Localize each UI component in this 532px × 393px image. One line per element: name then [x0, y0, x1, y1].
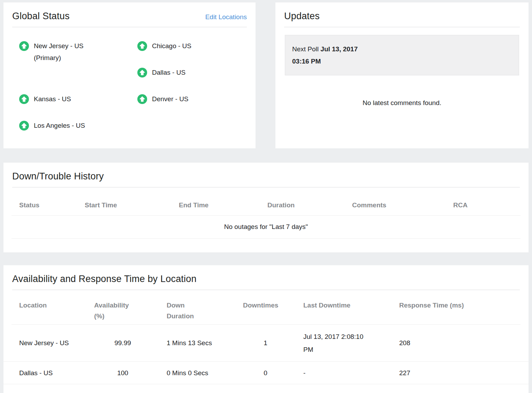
- location-name: Chicago - US: [152, 41, 191, 51]
- down-history-header: Down/Trouble History: [3, 163, 529, 187]
- column-header-downtimes: Downtimes: [235, 300, 296, 321]
- location-name: Denver - US: [152, 94, 189, 104]
- location-status-grid: New Jersey - US (Primary) Chicago - US: [3, 27, 256, 147]
- column-header-duration: Duration: [260, 201, 344, 210]
- cell-response-time: 208: [392, 336, 520, 349]
- location-label: New Jersey - US (Primary): [34, 41, 84, 63]
- column-header-availability: Availability (%): [86, 300, 132, 321]
- updates-header: Updates: [275, 2, 529, 27]
- cell-last-downtime: -: [296, 366, 367, 379]
- no-comments-message: No latest comments found.: [275, 99, 529, 107]
- column-header-start-time: Start Time: [77, 201, 171, 210]
- cell-availability: 100: [86, 366, 159, 379]
- location-item-new-jersey: New Jersey - US (Primary): [19, 41, 137, 68]
- cell-downtimes: 0: [235, 366, 296, 379]
- cell-down-duration: 1 Mins 13 Secs: [159, 336, 235, 349]
- down-history-column-headers: Status Start Time End Time Duration Comm…: [3, 201, 529, 210]
- availability-column-headers: Location Availability (%) Down Duration …: [3, 300, 529, 321]
- global-status-header: Global Status Edit Locations: [3, 2, 256, 27]
- availability-panel: Availability and Response Time by Locati…: [3, 265, 529, 393]
- section-gap: [0, 148, 532, 163]
- next-poll-box: Next Poll Jul 13, 2017 03:16 PM: [285, 35, 519, 75]
- global-status-panel: Global Status Edit Locations New Jersey …: [3, 2, 256, 148]
- column-header-down-duration: Down Duration: [159, 300, 197, 321]
- location-name: Los Angeles - US: [34, 121, 85, 131]
- down-history-divider: [12, 187, 520, 187]
- location-name: New Jersey - US: [34, 41, 84, 51]
- up-arrow-icon: [137, 41, 147, 51]
- up-arrow-icon: [137, 68, 147, 77]
- no-outages-message: No outages for "Last 7 days": [3, 216, 529, 238]
- availability-title: Availability and Response Time by Locati…: [12, 274, 197, 284]
- column-header-end-time: End Time: [171, 201, 260, 210]
- location-item-chicago: Chicago - US: [137, 41, 256, 68]
- section-gap: [0, 252, 532, 265]
- availability-divider: [12, 290, 520, 290]
- cell-downtimes: 1: [235, 336, 296, 349]
- next-poll-label: Next Poll: [292, 45, 319, 53]
- column-header-last-downtime: Last Downtime: [296, 300, 392, 321]
- up-arrow-icon: [137, 94, 147, 104]
- updates-panel: Updates Next Poll Jul 13, 2017 03:16 PM …: [275, 2, 529, 148]
- global-status-title: Global Status: [12, 11, 70, 22]
- edit-locations-link[interactable]: Edit Locations: [205, 13, 247, 21]
- column-header-location: Location: [12, 300, 86, 321]
- column-header-comments: Comments: [344, 201, 446, 210]
- cell-location: Dallas - US: [12, 366, 86, 379]
- top-row: Global Status Edit Locations New Jersey …: [0, 0, 532, 148]
- column-header-status: Status: [12, 201, 77, 210]
- location-item-los-angeles: Los Angeles - US: [19, 121, 137, 147]
- cell-availability: 99.99: [86, 336, 159, 349]
- updates-divider: [284, 27, 520, 27]
- table-row: Dallas - US 100 0 Mins 0 Secs 0 - 227: [3, 362, 529, 384]
- availability-header: Availability and Response Time by Locati…: [3, 265, 529, 290]
- updates-title: Updates: [284, 11, 320, 22]
- location-item-denver: Denver - US: [137, 94, 256, 121]
- column-header-response-time: Response Time (ms): [392, 300, 520, 321]
- location-item-kansas: Kansas - US: [19, 94, 137, 121]
- cell-down-duration: 0 Mins 0 Secs: [159, 366, 235, 379]
- down-history-title: Down/Trouble History: [12, 171, 104, 182]
- up-arrow-icon: [19, 121, 29, 131]
- down-trouble-history-panel: Down/Trouble History Status Start Time E…: [3, 163, 529, 252]
- up-arrow-icon: [19, 94, 29, 104]
- cell-response-time: 227: [392, 366, 520, 379]
- location-name: Dallas - US: [152, 68, 185, 77]
- location-name: Kansas - US: [34, 94, 71, 104]
- location-item-dallas: Dallas - US: [137, 68, 256, 94]
- location-name-secondary: (Primary): [34, 53, 84, 63]
- table-row: New Jersey - US 99.99 1 Mins 13 Secs 1 J…: [3, 325, 529, 362]
- cell-last-downtime: Jul 13, 2017 2:08:10 PM: [296, 330, 367, 356]
- next-poll-time: 03:16 PM: [292, 58, 321, 65]
- cell-location: New Jersey - US: [12, 336, 86, 349]
- column-header-rca: RCA: [446, 201, 520, 210]
- up-arrow-icon: [19, 41, 29, 51]
- next-poll-date: Jul 13, 2017: [320, 45, 358, 53]
- table-rule: [12, 238, 520, 239]
